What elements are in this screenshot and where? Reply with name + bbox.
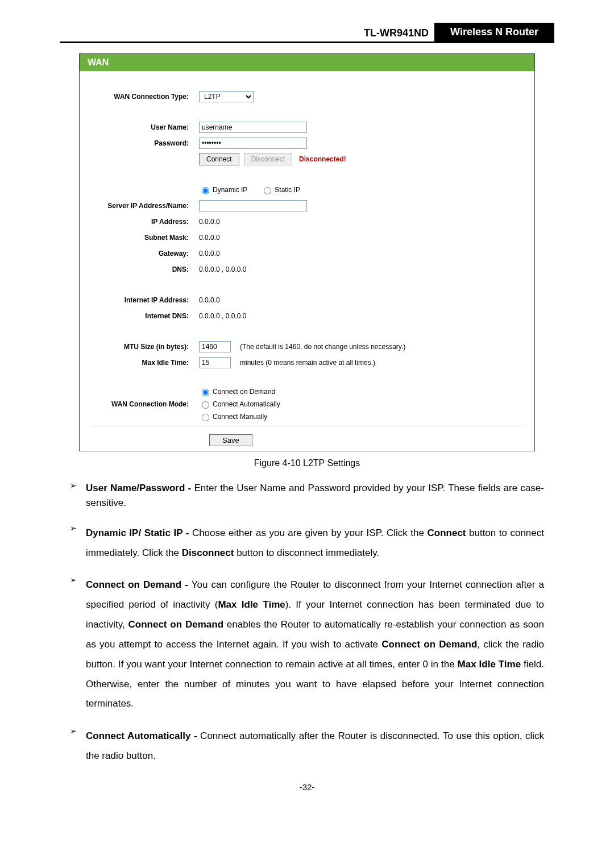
header-model: TL-WR941ND xyxy=(358,25,434,41)
bullet-item-2: ➢ Dynamic IP/ Static IP - Choose either … xyxy=(70,524,544,563)
password-input[interactable] xyxy=(199,138,307,149)
label-mtu: MTU Size (in bytes): xyxy=(80,343,199,351)
label-dns: DNS: xyxy=(80,265,199,273)
mtu-hint: (The default is 1460, do not change unle… xyxy=(240,343,405,351)
value-dns: 0.0.0.0 , 0.0.0.0 xyxy=(199,265,246,273)
radio-connect-on-demand-input[interactable] xyxy=(202,389,209,396)
header-product: Wireless N Router xyxy=(434,23,554,41)
max-idle-hint: minutes (0 means remain active at all ti… xyxy=(240,359,375,367)
label-max-idle: Max Idle Time: xyxy=(80,359,199,367)
wan-conn-type-select[interactable]: L2TP xyxy=(199,91,254,102)
label-username: User Name: xyxy=(80,123,199,131)
value-inet-ip: 0.0.0.0 xyxy=(199,296,220,304)
save-button[interactable]: Save xyxy=(209,434,252,446)
wan-panel: WAN WAN Connection Type: L2TP User Name: xyxy=(79,53,535,451)
value-ip-address: 0.0.0.0 xyxy=(199,218,220,226)
label-conn-mode: WAN Connection Mode: xyxy=(80,400,199,408)
mtu-input[interactable] xyxy=(199,341,231,352)
label-password: Password: xyxy=(80,139,199,147)
value-subnet: 0.0.0.0 xyxy=(199,234,220,242)
page-header: TL-WR941ND Wireless N Router xyxy=(60,23,554,43)
bullet-item-4: ➢ Connect Automatically - Connect automa… xyxy=(70,726,544,766)
label-conn-type: WAN Connection Type: xyxy=(80,93,199,101)
server-ip-input[interactable] xyxy=(199,200,307,211)
label-server-ip: Server IP Address/Name: xyxy=(80,202,199,210)
label-ip-address: IP Address: xyxy=(80,218,199,226)
radio-static-ip[interactable]: Static IP xyxy=(261,185,300,194)
radio-connect-manual-input[interactable] xyxy=(202,414,209,421)
bullet-marker-icon: ➢ xyxy=(70,726,86,766)
value-inet-dns: 0.0.0.0 , 0.0.0.0 xyxy=(199,312,246,320)
connect-button[interactable]: Connect xyxy=(199,153,239,165)
radio-connect-on-demand[interactable]: Connect on Demand xyxy=(199,387,275,396)
value-gateway: 0.0.0.0 xyxy=(199,250,220,258)
connection-status: Disconnected! xyxy=(299,155,346,163)
radio-dynamic-ip[interactable]: Dynamic IP xyxy=(199,185,247,194)
figure-caption: Figure 4-10 L2TP Settings xyxy=(60,458,554,468)
label-gateway: Gateway: xyxy=(80,250,199,258)
label-inet-ip: Internet IP Address: xyxy=(80,296,199,304)
bullet-item-1: ➢ User Name/Password - Enter the User Na… xyxy=(70,481,544,511)
radio-connect-auto[interactable]: Connect Automatically xyxy=(199,400,280,409)
username-input[interactable] xyxy=(199,122,307,133)
panel-title: WAN xyxy=(80,54,534,71)
bullet-item-3: ➢ Connect on Demand - You can configure … xyxy=(70,575,544,714)
bullet-marker-icon: ➢ xyxy=(70,524,86,563)
radio-dynamic-ip-input[interactable] xyxy=(202,187,209,194)
bullet-marker-icon: ➢ xyxy=(70,575,86,714)
label-subnet: Subnet Mask: xyxy=(80,234,199,242)
disconnect-button[interactable]: Disconnect xyxy=(244,153,292,165)
bullet-list: ➢ User Name/Password - Enter the User Na… xyxy=(70,481,544,766)
bullet-marker-icon: ➢ xyxy=(70,481,86,511)
page-number: -32- xyxy=(60,782,554,792)
label-inet-dns: Internet DNS: xyxy=(80,312,199,320)
radio-connect-auto-input[interactable] xyxy=(202,401,209,409)
radio-static-ip-input[interactable] xyxy=(264,187,271,194)
max-idle-input[interactable] xyxy=(199,357,231,368)
radio-connect-manual[interactable]: Connect Manually xyxy=(199,412,267,421)
